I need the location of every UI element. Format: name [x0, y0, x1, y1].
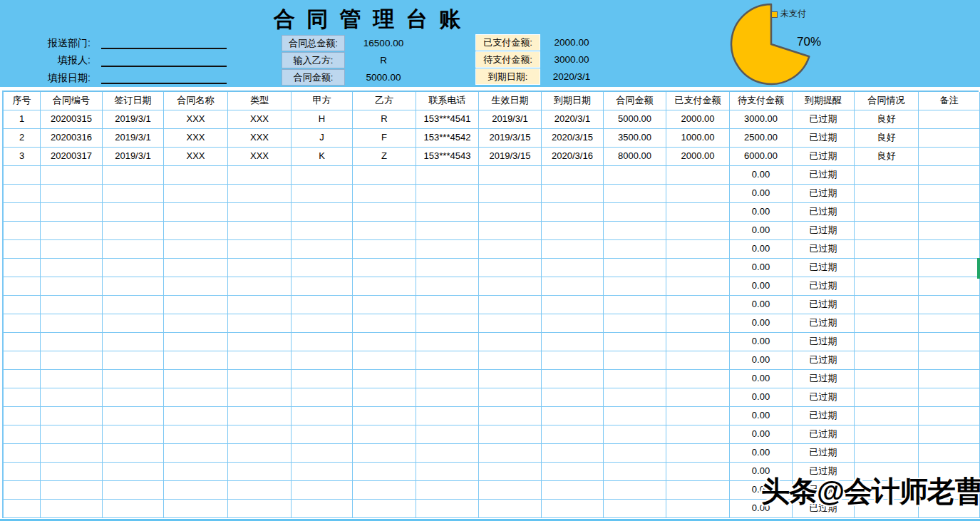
table-cell[interactable]: 已过期 [793, 407, 855, 425]
table-cell[interactable] [919, 222, 980, 240]
table-cell[interactable] [604, 185, 666, 203]
table-cell[interactable] [228, 222, 292, 240]
table-cell[interactable] [604, 407, 666, 425]
table-cell[interactable] [919, 425, 980, 444]
table-cell[interactable] [353, 500, 416, 518]
table-cell[interactable] [41, 277, 103, 296]
table-cell[interactable] [479, 407, 542, 425]
table-cell[interactable]: 已过期 [793, 240, 855, 259]
table-cell[interactable] [164, 203, 228, 222]
table-cell[interactable]: 已过期 [793, 425, 855, 444]
table-cell[interactable] [416, 500, 479, 518]
table-cell[interactable] [666, 407, 730, 425]
table-cell[interactable] [855, 277, 919, 296]
table-cell[interactable] [666, 481, 730, 500]
table-cell[interactable] [4, 166, 41, 185]
table-cell[interactable] [479, 463, 542, 481]
table-cell[interactable] [103, 277, 164, 296]
table-cell[interactable] [919, 240, 980, 259]
table-cell[interactable] [4, 425, 41, 444]
table-cell[interactable]: 已过期 [793, 314, 855, 333]
table-cell[interactable] [666, 185, 730, 203]
table-cell[interactable] [228, 388, 292, 407]
table-cell[interactable] [666, 277, 730, 296]
table-cell[interactable]: 已过期 [793, 148, 855, 166]
table-cell[interactable] [41, 407, 103, 425]
table-cell[interactable] [604, 388, 666, 407]
table-cell[interactable] [416, 240, 479, 259]
table-cell[interactable]: 0.00 [730, 351, 793, 370]
table-cell[interactable]: H [292, 110, 353, 129]
table-cell[interactable] [103, 203, 164, 222]
table-cell[interactable] [4, 481, 41, 500]
table-cell[interactable] [666, 444, 730, 463]
table-cell[interactable] [103, 500, 164, 518]
table-cell[interactable] [542, 370, 604, 388]
table-cell[interactable]: XXX [164, 129, 228, 148]
pending-amount-value[interactable]: 3000.00 [540, 51, 603, 68]
table-cell[interactable] [604, 259, 666, 277]
table-cell[interactable] [4, 185, 41, 203]
table-cell[interactable] [666, 240, 730, 259]
table-cell[interactable] [4, 388, 41, 407]
table-cell[interactable] [41, 444, 103, 463]
table-cell[interactable] [919, 296, 980, 314]
table-cell[interactable]: J [292, 129, 353, 148]
table-cell[interactable] [479, 185, 542, 203]
table-cell[interactable] [103, 388, 164, 407]
table-cell[interactable] [604, 203, 666, 222]
table-cell[interactable] [41, 203, 103, 222]
table-cell[interactable] [919, 259, 980, 277]
table-cell[interactable]: 2000.00 [666, 110, 730, 129]
table-cell[interactable]: 已过期 [793, 129, 855, 148]
table-cell[interactable] [4, 463, 41, 481]
table-cell[interactable]: 已过期 [793, 296, 855, 314]
table-cell[interactable]: 0.00 [730, 203, 793, 222]
table-cell[interactable] [164, 240, 228, 259]
table-cell[interactable] [103, 351, 164, 370]
table-cell[interactable] [353, 314, 416, 333]
table-cell[interactable] [604, 277, 666, 296]
table-cell[interactable] [4, 333, 41, 351]
table-cell[interactable] [479, 500, 542, 518]
table-cell[interactable]: R [353, 110, 416, 129]
table-cell[interactable]: 已过期 [793, 166, 855, 185]
table-cell[interactable] [228, 370, 292, 388]
table-cell[interactable] [164, 407, 228, 425]
table-cell[interactable] [4, 296, 41, 314]
table-cell[interactable] [103, 407, 164, 425]
table-cell[interactable]: 良好 [855, 148, 919, 166]
table-cell[interactable] [4, 500, 41, 518]
table-cell[interactable]: XXX [228, 148, 292, 166]
table-cell[interactable] [353, 296, 416, 314]
table-cell[interactable] [604, 166, 666, 185]
table-cell[interactable]: 已过期 [793, 444, 855, 463]
table-cell[interactable] [416, 481, 479, 500]
table-cell[interactable]: 2020/3/15 [542, 129, 604, 148]
table-cell[interactable] [416, 314, 479, 333]
table-cell[interactable] [292, 259, 353, 277]
table-cell[interactable] [855, 370, 919, 388]
table-cell[interactable] [103, 463, 164, 481]
table-cell[interactable]: 已过期 [793, 203, 855, 222]
table-cell[interactable] [919, 277, 980, 296]
table-cell[interactable] [604, 296, 666, 314]
table-cell[interactable] [353, 463, 416, 481]
table-cell[interactable] [919, 370, 980, 388]
table-cell[interactable]: XXX [164, 148, 228, 166]
table-cell[interactable] [228, 500, 292, 518]
table-cell[interactable] [103, 444, 164, 463]
table-cell[interactable] [164, 277, 228, 296]
table-cell[interactable] [855, 185, 919, 203]
table-cell[interactable] [542, 444, 604, 463]
table-cell[interactable] [919, 444, 980, 463]
table-cell[interactable] [228, 296, 292, 314]
table-cell[interactable] [353, 444, 416, 463]
table-cell[interactable]: 153***4541 [416, 110, 479, 129]
table-cell[interactable] [103, 296, 164, 314]
table-cell[interactable]: 3 [4, 148, 41, 166]
table-cell[interactable] [604, 222, 666, 240]
table-cell[interactable] [919, 314, 980, 333]
table-cell[interactable] [164, 351, 228, 370]
table-cell[interactable] [479, 240, 542, 259]
